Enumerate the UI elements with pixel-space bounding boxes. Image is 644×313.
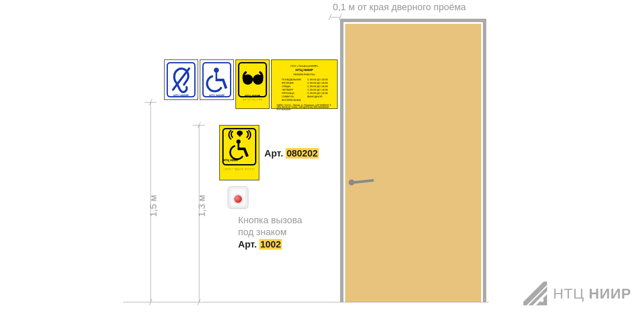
schedule-hours: С 09:00 ДО 18:00 bbox=[307, 81, 328, 85]
schedule-day: ВТОРНИК bbox=[282, 81, 307, 85]
svg-rect-5 bbox=[239, 135, 241, 137]
sign-call-assistance: НТЦ НИИР ⠅⠝⠕⠏⠅⠁ ⠺⠽⠵⠕⠺⠁ ⠏⠕⠍⠕⠱⠊ bbox=[219, 125, 259, 180]
article-prefix: Арт. bbox=[238, 239, 257, 250]
braille-text: ⠅⠝⠕⠏⠅⠁ ⠺⠽⠵⠕⠺⠁ ⠏⠕⠍⠕⠱⠊ bbox=[220, 168, 259, 177]
door-leaf bbox=[345, 24, 481, 302]
logo-icon bbox=[523, 282, 547, 305]
article-code: 1002 bbox=[259, 239, 282, 250]
schedule-day: СУББОТА, ВОСКРЕСЕНЬЕ bbox=[282, 95, 307, 102]
info-address: АДРЕС: 111111, г. Москва, ул. Примерная,… bbox=[274, 104, 335, 111]
sign-brand-label: НТЦ НИИР bbox=[165, 94, 198, 97]
caption-line: Кнопка вызова bbox=[238, 215, 302, 225]
article-code: 080202 bbox=[286, 148, 318, 159]
floor-line bbox=[123, 302, 489, 302]
sign-info-schedule: ООО «ТехЦентрНИИР» НТЦ НИИР РЕЖИМ РАБОТЫ… bbox=[271, 60, 338, 109]
article-label-button: Арт. 1002 bbox=[238, 239, 282, 250]
info-schedule: ПОНЕДЕЛЬНИКС 09:00 ДО 18:00 ВТОРНИКС 09:… bbox=[282, 78, 335, 102]
schedule-hours: С 09:00 ДО 18:00 bbox=[307, 91, 328, 95]
svg-point-10 bbox=[540, 299, 544, 302]
braille-text: ⠝⠞⠉ ⠝⠊⠊⠗ ⠎⠊⠛⠝ bbox=[236, 99, 269, 107]
schedule-day: СРЕДА bbox=[282, 85, 307, 88]
svg-point-6 bbox=[236, 139, 241, 144]
call-button-device bbox=[228, 186, 248, 208]
brand-logo: НТЦ НИИР bbox=[523, 282, 631, 305]
schedule-hours: С 09:00 ДО 18:00 bbox=[307, 78, 328, 81]
caption-line: под знаком bbox=[238, 227, 287, 237]
logo-part1: НТЦ bbox=[553, 285, 584, 302]
info-subtitle: РЕЖИМ РАБОТЫ: bbox=[274, 73, 335, 76]
logo-text: НТЦ НИИР bbox=[553, 285, 631, 302]
dimension-label-outer: 1,5 м bbox=[148, 195, 159, 217]
info-company: ООО «ТехЦентрНИИР» bbox=[274, 64, 335, 68]
schedule-day: ПЯТНИЦА bbox=[282, 91, 307, 95]
schedule-day: ПОНЕДЕЛЬНИК bbox=[282, 78, 307, 81]
sign-visually-impaired: НТЦ НИИР ⠝⠞⠉ ⠝⠊⠊⠗ ⠎⠊⠛⠝ bbox=[235, 60, 270, 109]
call-assistance-icon bbox=[220, 125, 260, 168]
schedule-hours: С 09:00 ДО 18:00 bbox=[307, 85, 328, 88]
sign-brand-label: НТЦ НИИР bbox=[223, 159, 238, 162]
door-handle-icon bbox=[349, 179, 374, 185]
article-label-sign: Арт. 080202 bbox=[264, 148, 319, 159]
schedule-hours: ВЫХОДНОЙ bbox=[307, 95, 322, 102]
sign-brand-label: НТЦ НИИР bbox=[236, 94, 269, 97]
top-dimension-label: 0,1 м от края дверного проёма bbox=[333, 2, 466, 13]
top-dimension-line bbox=[330, 17, 340, 17]
sign-hearing-impaired: НТЦ НИИР bbox=[164, 60, 198, 100]
dimension-label-inner: 1,3 м bbox=[196, 195, 207, 217]
article-prefix: Арт. bbox=[264, 148, 283, 159]
sos-button-icon bbox=[234, 195, 242, 203]
info-title: НТЦ НИИР bbox=[274, 68, 335, 72]
schedule-hours: С 09:00 ДО 18:00 bbox=[307, 88, 328, 91]
sign-wheelchair: НТЦ НИИР bbox=[200, 60, 234, 100]
sign-brand-label: НТЦ НИИР bbox=[200, 94, 233, 97]
call-button-caption: Кнопка вызова под знаком bbox=[238, 214, 302, 238]
schedule-day: ЧЕТВЕРГ bbox=[282, 88, 307, 91]
diagram-canvas: 0,1 м от края дверного проёма 1,5 м 1,3 … bbox=[0, 0, 644, 313]
logo-part2: НИИР bbox=[589, 285, 631, 302]
